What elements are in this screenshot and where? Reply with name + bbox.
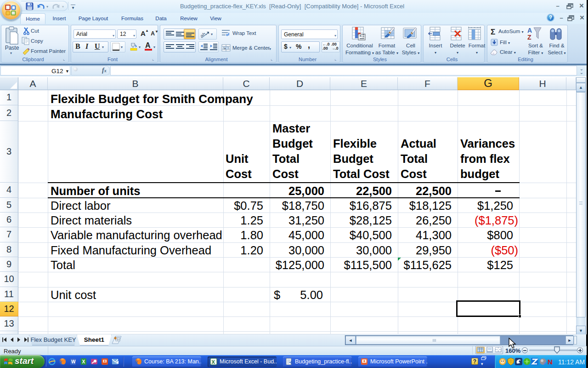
svg-text:N: N	[548, 358, 553, 365]
svg-text:A: A	[527, 27, 532, 34]
svg-text:X: X	[82, 359, 85, 364]
svg-text:W: W	[71, 359, 76, 364]
svg-text:Z: Z	[527, 34, 531, 40]
svg-text:X: X	[212, 359, 215, 365]
